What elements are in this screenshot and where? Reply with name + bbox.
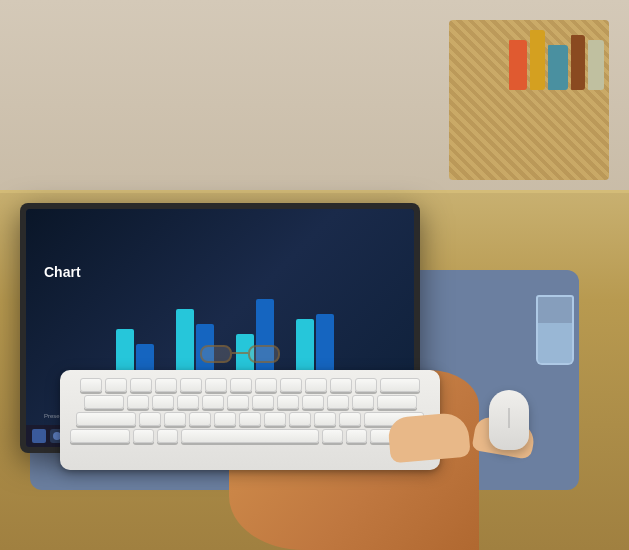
- eyeglasses: [200, 340, 280, 365]
- key: [130, 378, 152, 392]
- key: [189, 412, 211, 426]
- key: [177, 395, 199, 409]
- key-backspace: [380, 378, 420, 392]
- key-row-1: [70, 378, 430, 392]
- glasses-left-lens: [200, 345, 232, 363]
- key: [155, 378, 177, 392]
- left-hand: [387, 412, 471, 464]
- key: [264, 412, 286, 426]
- scene: Chart Presentation title: [0, 0, 629, 550]
- key: [164, 412, 186, 426]
- key: [105, 378, 127, 392]
- key: [157, 429, 178, 443]
- mouse-line: [509, 408, 510, 428]
- key: [205, 378, 227, 392]
- keyboard: [60, 370, 440, 470]
- book-5: [588, 40, 604, 90]
- bar-chart: [96, 229, 396, 389]
- key: [202, 395, 224, 409]
- key: [289, 412, 311, 426]
- mouse: [489, 390, 529, 450]
- glass-water: [538, 323, 572, 363]
- key: [302, 395, 324, 409]
- key: [227, 395, 249, 409]
- book-2: [530, 30, 545, 90]
- key: [230, 378, 252, 392]
- glasses-bridge: [232, 352, 248, 354]
- key-space: [181, 429, 318, 443]
- key: [305, 378, 327, 392]
- key-enter: [377, 395, 417, 409]
- water-glass: [536, 295, 574, 365]
- key: [214, 412, 236, 426]
- book-4: [571, 35, 585, 90]
- book-3: [548, 45, 568, 90]
- key: [255, 378, 277, 392]
- key: [355, 378, 377, 392]
- key: [346, 429, 367, 443]
- key: [314, 412, 336, 426]
- desk-surface: Chart Presentation title: [0, 190, 629, 550]
- key-tab: [84, 395, 124, 409]
- books-on-shelf: [509, 30, 604, 90]
- key: [339, 412, 361, 426]
- key-row-3: [70, 412, 430, 426]
- key: [252, 395, 274, 409]
- key: [280, 378, 302, 392]
- key: [152, 395, 174, 409]
- key: [327, 395, 349, 409]
- key: [352, 395, 374, 409]
- book-1: [509, 40, 527, 90]
- key: [133, 429, 154, 443]
- key: [322, 429, 343, 443]
- key-shift-left: [70, 429, 130, 443]
- start-button: [32, 429, 46, 443]
- key: [127, 395, 149, 409]
- glasses-right-lens: [248, 345, 280, 363]
- key: [239, 412, 261, 426]
- key: [277, 395, 299, 409]
- key: [330, 378, 352, 392]
- key-row-2: [70, 395, 430, 409]
- key: [180, 378, 202, 392]
- chart-label: Chart: [44, 264, 81, 280]
- key-row-4: [70, 429, 430, 443]
- key: [139, 412, 161, 426]
- key: [80, 378, 102, 392]
- key-caps: [76, 412, 136, 426]
